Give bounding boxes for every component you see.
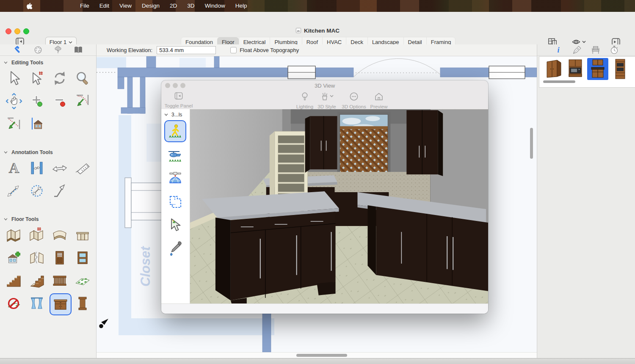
- select-similar-icon: [28, 70, 45, 87]
- tool-wall-break[interactable]: [27, 248, 47, 268]
- label-tag-icon: [572, 44, 583, 55]
- 3d-window-titlebar[interactable]: 3D View: [161, 80, 488, 91]
- main-toolbar: Kitchen MAC Toggle Panel Floor 1 Floors …: [0, 12, 635, 45]
- info-icon: i: [553, 44, 564, 55]
- tool-floor-material[interactable]: [72, 270, 93, 291]
- horizontal-scrollbar-thumb[interactable]: [296, 354, 347, 357]
- right-panel-tab-history-stopwatch[interactable]: [609, 44, 620, 55]
- tool-room-addition[interactable]: [4, 248, 24, 268]
- 3d-style-button[interactable]: 3D Style: [314, 91, 340, 109]
- tool-cabinet[interactable]: [50, 293, 72, 315]
- sidebar-tab-tree[interactable]: [53, 45, 63, 55]
- floor-material-icon: [74, 272, 91, 289]
- book-icon: [73, 45, 83, 55]
- apple-menu-icon[interactable]: [26, 3, 33, 10]
- sidebar-tab-hammer[interactable]: [13, 45, 23, 55]
- tool-select[interactable]: [4, 68, 24, 88]
- tool-door[interactable]: [50, 248, 70, 268]
- end-to-end-dimension-icon: [51, 160, 68, 176]
- base-wall-cabinet-thumbnail: [588, 58, 608, 80]
- tool-fillet-arc[interactable]: [72, 91, 93, 111]
- section-editing-tools[interactable]: Editing Tools: [0, 56, 96, 67]
- tool-curved-wall[interactable]: [50, 225, 70, 245]
- 3d-tools-header[interactable]: 3...ls: [161, 109, 190, 119]
- tool-select-similar[interactable]: [27, 68, 47, 88]
- toggle-panel-left-icon: [174, 91, 184, 101]
- menu-3d[interactable]: 3D: [182, 0, 199, 12]
- 3d-options-button[interactable]: 3D Options: [340, 91, 368, 109]
- 3d-tool-orbit[interactable]: [165, 168, 185, 189]
- library-item-base-wall-cabinet[interactable]: [587, 58, 608, 80]
- tool-end-to-end-dimension[interactable]: [50, 158, 70, 178]
- tool-window[interactable]: [72, 248, 93, 268]
- tool-wall[interactable]: [4, 225, 24, 245]
- right-panel-tab-furniture-chair[interactable]: [590, 44, 601, 55]
- float-above-topography-label: Float Above Topography: [240, 47, 299, 53]
- float-above-topography-checkbox[interactable]: [230, 47, 237, 53]
- menu-2d[interactable]: 2D: [165, 0, 182, 12]
- tool-wall-select-similar[interactable]: [27, 225, 47, 245]
- tool-replace[interactable]: [50, 68, 70, 88]
- tool-angular-dimension[interactable]: [27, 181, 47, 201]
- 3d-toggle-panel-button[interactable]: Toggle Panel: [162, 91, 195, 108]
- tool-stairs[interactable]: [4, 270, 24, 291]
- right-panel-tab-label-tag[interactable]: [572, 44, 583, 55]
- sidebar-tab-book[interactable]: [73, 45, 83, 55]
- vertical-scrollbar-thumb[interactable]: [530, 128, 533, 159]
- tool-chamfer[interactable]: [4, 114, 24, 134]
- library-item-microwave-cabinet[interactable]: [565, 58, 586, 80]
- 3d-window-toolbar: Toggle Panel Lighting 3D Style 3D Option…: [161, 91, 488, 109]
- tool-text[interactable]: A: [4, 158, 24, 178]
- chevron-down-icon: [4, 61, 8, 64]
- 3d-style-icon: [319, 91, 334, 102]
- column-icon: [74, 295, 91, 312]
- library-scrollbar-thumb[interactable]: [543, 80, 575, 83]
- working-elevation-input[interactable]: [157, 46, 216, 54]
- tool-zoom-in[interactable]: [27, 91, 47, 111]
- tool-zoom[interactable]: [72, 68, 93, 88]
- render-wall-cabinet-right: [406, 110, 443, 176]
- 3d-tool-flyover[interactable]: [165, 145, 185, 165]
- section-floor-tools[interactable]: Floor Tools: [0, 212, 96, 223]
- preview-button[interactable]: Preview: [368, 91, 390, 109]
- tool-column[interactable]: [72, 293, 93, 314]
- tool-pass-through[interactable]: [27, 293, 47, 314]
- sidebar-tab-palette[interactable]: [33, 45, 43, 55]
- tool-half-wall[interactable]: [72, 225, 93, 245]
- tool-railing[interactable]: [50, 270, 70, 291]
- tool-turning-stairs[interactable]: [27, 270, 47, 291]
- tool-pan[interactable]: [4, 91, 24, 111]
- right-panel-tab-info[interactable]: i: [553, 44, 564, 55]
- chamfer-icon: [6, 116, 22, 132]
- 3d-render-viewport[interactable]: [190, 109, 488, 304]
- 3d-tool-eyedropper[interactable]: [165, 238, 185, 259]
- library-item-oven-tower[interactable]: [609, 58, 630, 80]
- eyedropper-icon: [167, 240, 184, 257]
- zoom-icon: [74, 70, 91, 87]
- tool-angled-dimension[interactable]: [72, 158, 93, 178]
- menu-view[interactable]: View: [114, 0, 137, 12]
- 3d-tool-walkthrough[interactable]: [164, 120, 186, 142]
- select-3d-icon: [167, 217, 184, 234]
- 3d-view-window[interactable]: 3D View Toggle Panel Lighting 3D Styl: [161, 80, 488, 314]
- tool-interior-dimension[interactable]: [27, 158, 47, 178]
- angular-dimension-icon: [28, 182, 45, 199]
- flyover-icon: [167, 147, 184, 164]
- 3d-tool-select-3d[interactable]: [165, 215, 185, 235]
- tool-leader-arrow[interactable]: [50, 181, 70, 201]
- menu-file[interactable]: File: [75, 0, 94, 12]
- tool-point-to-point-dimension[interactable]: [4, 181, 24, 201]
- menu-window[interactable]: Window: [200, 0, 230, 12]
- zoom-out-icon: [51, 93, 68, 110]
- tool-zoom-out[interactable]: [50, 91, 70, 111]
- menu-edit[interactable]: Edit: [94, 0, 114, 12]
- horizontal-scrollbar[interactable]: [97, 352, 537, 358]
- render-wall-cabinet-left: [305, 116, 337, 173]
- menu-help[interactable]: Help: [230, 0, 252, 12]
- 3d-tool-floor-overview[interactable]: [165, 192, 185, 212]
- tool-remove-floor-material[interactable]: [4, 293, 24, 314]
- menu-design[interactable]: Design: [137, 0, 165, 12]
- tool-house-origin[interactable]: [27, 114, 47, 134]
- section-annotation-tools[interactable]: Annotation Tools: [0, 146, 96, 157]
- library-item-wall-cabinet[interactable]: [543, 58, 564, 80]
